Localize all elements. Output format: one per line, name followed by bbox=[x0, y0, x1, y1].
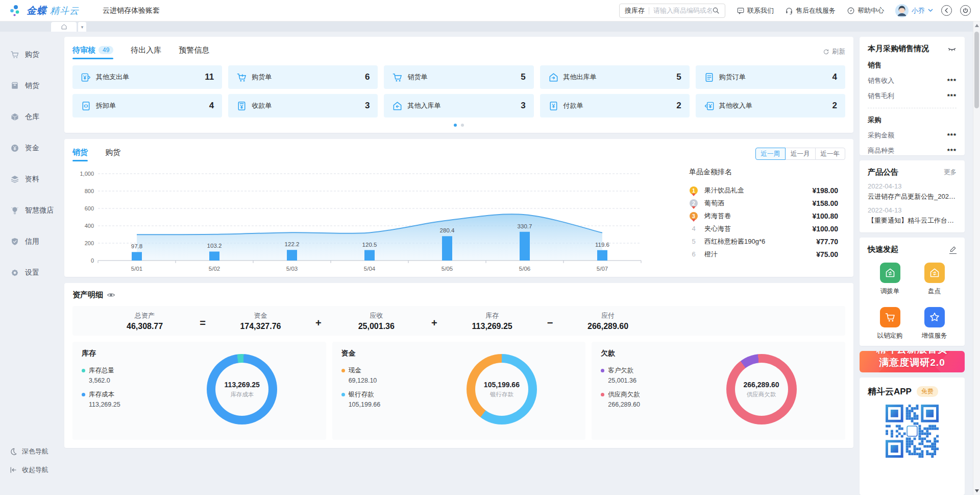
ranking-product-name: 西红柿意粉酱190g*6 bbox=[704, 237, 816, 246]
eye-icon[interactable] bbox=[107, 291, 115, 299]
total-payable: 应付 266,289.60 bbox=[556, 311, 659, 331]
todo-card-payment[interactable]: 付款单 2 bbox=[540, 94, 690, 117]
quick-actions-title: 快速发起 bbox=[868, 245, 898, 254]
sidebar-item-warehouse[interactable]: 仓库 bbox=[0, 104, 56, 130]
announcement-item[interactable]: 2022-04-13 【重要通知】精斗云工作台域... bbox=[868, 206, 957, 225]
user-menu[interactable]: 小乔 bbox=[895, 4, 933, 17]
quick-action-purchase-by-sales[interactable]: 以销定购 bbox=[877, 307, 903, 340]
quick-action-stocktake[interactable]: 盘点 bbox=[924, 263, 945, 296]
yen-coin-icon bbox=[10, 144, 19, 153]
todo-card-other-expense[interactable]: 其他支出单 11 bbox=[72, 65, 222, 89]
announcements-panel: 产品公告 更多 2022-04-13 云进销存产品更新公告_20220... 2… bbox=[860, 160, 965, 232]
tab-pending-inout[interactable]: 待出入库 bbox=[131, 45, 161, 58]
todo-card-label: 收款单 bbox=[252, 101, 272, 110]
svg-text:330.7: 330.7 bbox=[518, 223, 532, 229]
debt-panel: 欠款 客户欠款 25,001.36 供应商欠款 266,289.60 bbox=[592, 342, 845, 440]
collapse-nav-toggle[interactable]: 收起导航 bbox=[0, 465, 56, 475]
inventory-search[interactable]: 搜库存 bbox=[619, 4, 725, 18]
todo-card-purchase-request[interactable]: 购货订单 4 bbox=[696, 65, 845, 89]
todo-card-count: 2 bbox=[832, 101, 837, 111]
tab-alerts[interactable]: 预警信息 bbox=[179, 45, 209, 58]
range-last-week-button[interactable]: 近一周 bbox=[755, 148, 786, 160]
todo-card-disassembly[interactable]: 拆卸单 4 bbox=[72, 94, 222, 117]
ranking-row[interactable]: 3 烤海苔卷 ¥100.80 bbox=[689, 209, 838, 222]
ranking-row[interactable]: 1 果汁饮品礼盒 ¥198.00 bbox=[689, 184, 838, 197]
chat-bubble-icon bbox=[737, 7, 745, 15]
sidebar-item-purchase[interactable]: 购货 bbox=[0, 42, 56, 67]
contact-us-link[interactable]: 联系我们 bbox=[737, 6, 774, 15]
todo-card-purchase-order[interactable]: 购货单 6 bbox=[228, 65, 378, 89]
sidebar-item-data[interactable]: 资料 bbox=[0, 167, 56, 192]
tab-pending-approval[interactable]: 待审核 49 bbox=[72, 45, 113, 58]
home-tab[interactable] bbox=[51, 22, 77, 32]
panel-title: 欠款 bbox=[601, 349, 836, 358]
quick-action-label: 增值服务 bbox=[922, 332, 947, 340]
sidebar-item-sales[interactable]: 销货 bbox=[0, 73, 56, 99]
app-promo-title: 精斗云APP bbox=[868, 386, 912, 397]
help-center-link[interactable]: 帮助中心 bbox=[847, 6, 884, 15]
todo-card-receipt[interactable]: 收款单 3 bbox=[228, 94, 378, 117]
sidebar-item-funds[interactable]: 资金 bbox=[0, 135, 56, 161]
compass-icon bbox=[847, 7, 855, 15]
tab-dropdown-button[interactable]: ▾ bbox=[78, 22, 86, 32]
survey-banner[interactable]: 精斗云新版首页 满意度调研2.0 全新首页已到来 期待收到您的反馈 bbox=[860, 351, 965, 372]
more-link[interactable]: 更多 bbox=[944, 168, 957, 177]
warehouse-out-icon bbox=[548, 72, 559, 83]
scroll-up-arrow[interactable] bbox=[975, 24, 979, 27]
brand-logo[interactable]: 金蝶 精斗云 bbox=[27, 4, 79, 17]
sidebar-item-settings[interactable]: 设置 bbox=[0, 260, 56, 286]
todo-card-sales-order[interactable]: 销货单 5 bbox=[384, 65, 533, 89]
ranking-row[interactable]: 2 葡萄酒 ¥158.00 bbox=[689, 197, 838, 209]
ranking-row[interactable]: 4 夹心海苔 ¥100.00 bbox=[689, 222, 838, 235]
pager-dot-2[interactable] bbox=[461, 124, 464, 127]
todo-card-other-outbound[interactable]: 其他出库单 5 bbox=[540, 65, 690, 89]
equals-operator: = bbox=[197, 317, 209, 329]
ranking-amount: ¥198.00 bbox=[812, 186, 838, 195]
search-icon[interactable] bbox=[712, 7, 720, 14]
announcement-date: 2022-04-13 bbox=[868, 206, 957, 214]
svg-text:0: 0 bbox=[91, 257, 94, 264]
brand-name-secondary: 精斗云 bbox=[50, 5, 79, 17]
sidebar-item-smart-store[interactable]: 智慧微店 bbox=[0, 198, 56, 223]
todo-card-label: 其他支出单 bbox=[96, 73, 129, 82]
todo-pager bbox=[72, 124, 845, 127]
month-summary-title: 本月采购销售情况 bbox=[868, 44, 929, 54]
scroll-down-arrow[interactable] bbox=[975, 489, 979, 492]
ranking-amount: ¥75.00 bbox=[816, 250, 838, 258]
warehouse-in-icon bbox=[392, 101, 403, 111]
sidebar-item-credit[interactable]: 信用 bbox=[0, 229, 56, 254]
range-last-year-button[interactable]: 近一年 bbox=[815, 148, 846, 160]
refresh-button[interactable]: 刷新 bbox=[823, 47, 845, 56]
tab-sales-trend[interactable]: 销货 bbox=[72, 148, 88, 160]
todo-card-other-inbound[interactable]: 其他入库单 3 bbox=[384, 94, 533, 117]
eye-closed-icon[interactable] bbox=[947, 44, 957, 54]
range-last-month-button[interactable]: 近一月 bbox=[785, 148, 816, 160]
debt-donut-chart: 266,289.60 供应商欠款 bbox=[726, 354, 797, 425]
svg-text:97.8: 97.8 bbox=[131, 243, 142, 249]
logout-power-button[interactable] bbox=[960, 5, 971, 16]
after-sales-service-label: 售后在线服务 bbox=[796, 6, 836, 15]
dark-nav-toggle[interactable]: 深色导航 bbox=[0, 447, 56, 456]
search-input[interactable] bbox=[653, 7, 712, 14]
search-scope-label[interactable]: 搜库存 bbox=[625, 6, 645, 15]
edit-pencil-icon[interactable] bbox=[949, 246, 957, 254]
quick-action-value-added[interactable]: 增值服务 bbox=[922, 307, 947, 340]
svg-text:5/06: 5/06 bbox=[519, 266, 530, 272]
sidebar-item-label: 仓库 bbox=[25, 112, 39, 122]
after-sales-service-link[interactable]: 售后在线服务 bbox=[785, 6, 836, 15]
page-scrollbar[interactable] bbox=[973, 21, 980, 495]
panel-title: 资金 bbox=[341, 349, 577, 358]
ranking-row[interactable]: 5 西红柿意粉酱190g*6 ¥77.70 bbox=[689, 235, 838, 248]
yen-in-icon bbox=[704, 101, 715, 111]
total-inventory: 库存 113,269.25 bbox=[440, 311, 544, 331]
pager-dot-1[interactable] bbox=[454, 124, 457, 127]
todo-card-other-income[interactable]: 其他收入单 2 bbox=[696, 94, 845, 117]
announcement-item[interactable]: 2022-04-13 云进销存产品更新公告_20220... bbox=[868, 182, 957, 201]
ranking-row[interactable]: 6 橙汁 ¥75.00 bbox=[689, 248, 838, 261]
svg-text:122.2: 122.2 bbox=[285, 241, 300, 247]
back-switch-button[interactable] bbox=[941, 5, 952, 16]
quick-action-transfer[interactable]: 调拨单 bbox=[880, 263, 900, 296]
scroll-thumb[interactable] bbox=[974, 32, 979, 108]
legend-item: 供应商欠款 266,289.60 bbox=[601, 390, 836, 408]
tab-purchase-trend[interactable]: 购货 bbox=[105, 148, 120, 160]
